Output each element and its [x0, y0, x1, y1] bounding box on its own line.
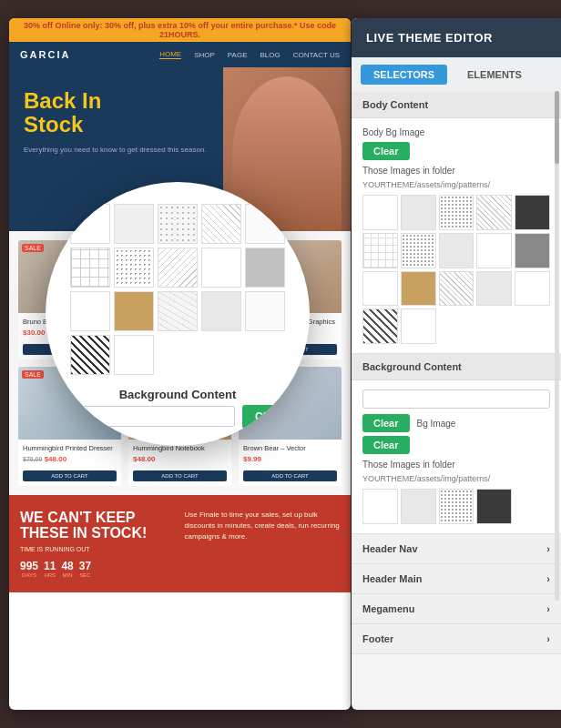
pattern-cell[interactable] [401, 195, 436, 230]
circle-pattern-cell[interactable] [114, 335, 154, 375]
pattern-cell[interactable] [401, 308, 436, 344]
circle-pattern-cell[interactable] [158, 204, 198, 244]
timer-num: 48 [61, 560, 73, 572]
chevron-right-icon: › [546, 633, 550, 644]
theme-editor-panel: LIVE THEME EDITOR SELECTORS ELEMENTS Bod… [352, 18, 561, 710]
site-nav: GARCIA HOME SHOP PAGE BLOG CONTACT US [9, 42, 351, 67]
timer-minutes: 48 MIN [61, 560, 73, 578]
section-body-content: Body Content [352, 92, 561, 118]
circle-pattern-cell[interactable] [70, 291, 110, 331]
editor-content: Body Content Body Bg Image Clear Those I… [352, 92, 561, 710]
megamenu-toggle[interactable]: Megamenu › [352, 594, 561, 623]
bg-clear-button-2[interactable]: Clear [362, 436, 410, 454]
circle-pattern-cell[interactable] [158, 248, 198, 288]
circle-pattern-cell[interactable] [114, 248, 154, 288]
scrollbar-thumb[interactable] [555, 91, 559, 164]
pattern-cell[interactable] [515, 233, 550, 268]
product-price: $70.00 $48.00 [23, 455, 117, 463]
circle-pattern-cell[interactable] [201, 248, 241, 288]
bg-pattern-grid [362, 489, 550, 524]
banner-sub: TIME IS RUNNING OUT [20, 546, 176, 552]
circle-pattern-cell[interactable] [201, 204, 241, 244]
pattern-cell[interactable] [476, 233, 512, 268]
pattern-cell[interactable] [362, 233, 398, 268]
nav-blog[interactable]: BLOG [260, 51, 280, 59]
pattern-cell[interactable] [515, 271, 550, 307]
editor-title: LIVE THEME EDITOR [352, 18, 561, 57]
pattern-cell[interactable] [439, 489, 474, 524]
hero-sub: Everything you need to know to get dress… [24, 145, 209, 155]
body-bg-clear-button[interactable]: Clear [362, 142, 410, 160]
bg-clear-button[interactable]: Clear [362, 414, 410, 432]
pattern-cell[interactable] [476, 489, 512, 524]
product-name: Brown Bear – Vector [243, 444, 337, 453]
pattern-cell[interactable] [362, 489, 398, 524]
pattern-cell[interactable] [362, 195, 398, 230]
timer-days: 995 DAYS [20, 560, 38, 578]
pattern-cell[interactable] [362, 308, 398, 344]
circle-pattern-cell [245, 335, 285, 375]
scrollbar-track[interactable] [555, 91, 559, 601]
nav-shop[interactable]: SHOP [194, 51, 215, 59]
circle-pattern-cell[interactable] [114, 291, 154, 331]
pattern-cell[interactable] [401, 233, 436, 268]
product-price: $9.99 [243, 455, 337, 463]
add-to-cart-btn[interactable]: ADD TO CART [23, 470, 117, 481]
bg-image-input[interactable] [362, 389, 550, 409]
product-price: $48.00 [133, 455, 227, 463]
header-main-section: Header Main › [352, 564, 561, 594]
topbar-highlight: 30% off [24, 21, 53, 30]
circle-pattern-cell[interactable] [245, 248, 285, 288]
circle-pattern-cell[interactable] [114, 204, 154, 244]
body-bg-hint: Those Images in folder [362, 166, 550, 176]
pattern-cell[interactable] [476, 195, 512, 230]
pattern-cell[interactable] [515, 195, 550, 230]
pattern-cell[interactable] [439, 233, 474, 268]
footer-toggle[interactable]: Footer › [352, 624, 561, 653]
section-background-content: Background Content [352, 354, 561, 380]
timer-seconds: 37 SEC [79, 560, 91, 578]
nav-page[interactable]: PAGE [228, 51, 248, 59]
pattern-picker-overlay: Background Content Clear [46, 182, 310, 446]
pattern-cell[interactable] [401, 271, 436, 307]
header-nav-toggle[interactable]: Header Nav › [352, 534, 561, 563]
background-content-body: Clear Bg Image Clear Those Images in fol… [352, 380, 561, 534]
circle-pattern-cell[interactable] [245, 291, 285, 331]
body-pattern-grid [362, 195, 550, 344]
banner-title: WE CAN'T KEEP THESE IN STOCK! [20, 510, 176, 541]
editor-tabs: SELECTORS ELEMENTS [352, 57, 561, 92]
circle-pattern-cell[interactable] [158, 291, 198, 331]
footer-label: Footer [362, 633, 393, 644]
tab-elements[interactable]: ELEMENTS [454, 65, 535, 85]
pattern-cell[interactable] [439, 271, 474, 307]
add-to-cart-btn[interactable]: ADD TO CART [243, 470, 337, 481]
bg-hint-label: Bg Image [417, 419, 456, 429]
tab-selectors[interactable]: SELECTORS [361, 65, 447, 85]
timer-label: MIN [61, 572, 73, 578]
circle-pattern-cell[interactable] [70, 335, 110, 375]
site-logo: GARCIA [20, 49, 70, 60]
timer-label: HRS [44, 572, 56, 578]
circle-pattern-cell [158, 335, 198, 375]
banner-right: Use Finale to time your sales, set up bu… [185, 510, 341, 578]
header-main-label: Header Main [362, 573, 422, 584]
pattern-cell[interactable] [439, 195, 474, 230]
pattern-cell[interactable] [401, 489, 436, 524]
banner-left: WE CAN'T KEEP THESE IN STOCK! TIME IS RU… [20, 510, 176, 578]
chevron-right-icon: › [546, 543, 550, 554]
chevron-right-icon: › [546, 573, 550, 584]
countdown-timer: 995 DAYS 11 HRS 48 MIN 37 SEC [20, 560, 176, 578]
pattern-cell[interactable] [362, 271, 398, 307]
pattern-cell[interactable] [476, 271, 512, 307]
circle-pattern-cell[interactable] [201, 291, 241, 331]
header-main-toggle[interactable]: Header Main › [352, 564, 561, 593]
overlay-title: Background Content [119, 388, 237, 401]
product-name: Hummingbird Printed Dresser [23, 444, 117, 453]
bg-path: YOURTHEME/assets/img/patterns/ [362, 474, 550, 483]
circle-pattern-cell[interactable] [70, 248, 110, 288]
nav-home[interactable]: HOME [159, 50, 181, 59]
header-nav-label: Header Nav [362, 543, 418, 554]
add-to-cart-btn[interactable]: ADD TO CART [133, 470, 227, 481]
nav-contact[interactable]: CONTACT US [293, 51, 340, 59]
topbar: 30% off Online only: 30% off, plus extra… [9, 18, 351, 42]
